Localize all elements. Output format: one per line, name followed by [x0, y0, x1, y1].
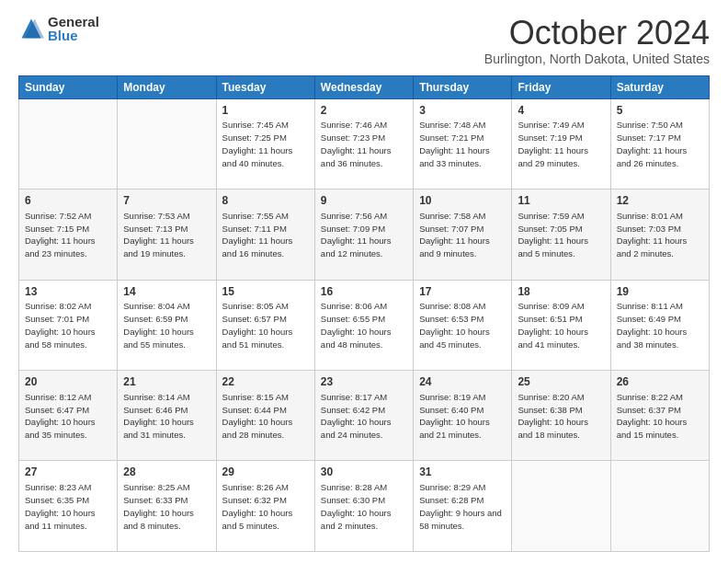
- month-title: October 2024: [484, 15, 710, 52]
- calendar-cell: 29Sunrise: 8:26 AMSunset: 6:32 PMDayligh…: [216, 461, 314, 552]
- logo-icon: [18, 16, 44, 41]
- day-number: 23: [321, 374, 407, 390]
- day-number: 8: [222, 193, 309, 209]
- calendar-cell: 3Sunrise: 7:48 AMSunset: 7:21 PMDaylight…: [414, 98, 512, 189]
- calendar-cell: 18Sunrise: 8:09 AMSunset: 6:51 PMDayligh…: [512, 280, 610, 370]
- calendar-header-friday: Friday: [512, 75, 610, 98]
- calendar-cell: 10Sunrise: 7:58 AMSunset: 7:07 PMDayligh…: [414, 190, 512, 280]
- calendar-week-row: 6Sunrise: 7:52 AMSunset: 7:15 PMDaylight…: [19, 190, 710, 280]
- day-info: Sunrise: 8:19 AMSunset: 6:40 PMDaylight:…: [419, 391, 506, 442]
- day-info: Sunrise: 8:05 AMSunset: 6:57 PMDaylight:…: [222, 300, 309, 350]
- day-number: 10: [419, 193, 506, 209]
- day-info: Sunrise: 8:15 AMSunset: 6:44 PMDaylight:…: [222, 391, 309, 442]
- calendar-cell: 19Sunrise: 8:11 AMSunset: 6:49 PMDayligh…: [610, 280, 709, 370]
- day-info: Sunrise: 7:49 AMSunset: 7:19 PMDaylight:…: [518, 119, 604, 169]
- day-info: Sunrise: 8:12 AMSunset: 6:47 PMDaylight:…: [25, 391, 111, 442]
- calendar-cell: 5Sunrise: 7:50 AMSunset: 7:17 PMDaylight…: [610, 98, 709, 189]
- calendar-header-saturday: Saturday: [610, 75, 709, 98]
- calendar-header-monday: Monday: [118, 75, 216, 98]
- calendar-header-wednesday: Wednesday: [314, 75, 413, 98]
- calendar-cell: 9Sunrise: 7:56 AMSunset: 7:09 PMDaylight…: [314, 190, 413, 280]
- calendar-week-row: 1Sunrise: 7:45 AMSunset: 7:25 PMDaylight…: [19, 98, 710, 189]
- title-block: October 2024 Burlington, North Dakota, U…: [484, 15, 710, 66]
- logo-general: General: [48, 15, 99, 29]
- day-number: 31: [419, 465, 506, 480]
- day-number: 29: [222, 465, 309, 480]
- day-info: Sunrise: 7:48 AMSunset: 7:21 PMDaylight:…: [419, 119, 506, 169]
- day-info: Sunrise: 8:02 AMSunset: 7:01 PMDaylight:…: [25, 300, 111, 350]
- day-info: Sunrise: 8:09 AMSunset: 6:51 PMDaylight:…: [518, 300, 604, 350]
- day-number: 3: [419, 103, 506, 119]
- day-number: 4: [518, 103, 604, 119]
- day-number: 11: [518, 193, 604, 209]
- calendar-cell: 25Sunrise: 8:20 AMSunset: 6:38 PMDayligh…: [512, 371, 610, 461]
- day-info: Sunrise: 8:25 AMSunset: 6:33 PMDaylight:…: [123, 481, 210, 532]
- calendar-cell: 12Sunrise: 8:01 AMSunset: 7:03 PMDayligh…: [610, 190, 709, 280]
- day-info: Sunrise: 7:46 AMSunset: 7:23 PMDaylight:…: [321, 119, 407, 169]
- day-number: 13: [25, 284, 111, 300]
- day-info: Sunrise: 7:59 AMSunset: 7:05 PMDaylight:…: [518, 210, 604, 260]
- day-number: 12: [617, 193, 703, 209]
- calendar-cell: 8Sunrise: 7:55 AMSunset: 7:11 PMDaylight…: [216, 190, 314, 280]
- day-number: 5: [617, 103, 703, 119]
- day-info: Sunrise: 8:28 AMSunset: 6:30 PMDaylight:…: [321, 481, 407, 532]
- day-info: Sunrise: 7:55 AMSunset: 7:11 PMDaylight:…: [222, 210, 309, 260]
- day-number: 14: [123, 284, 210, 300]
- day-number: 21: [123, 374, 210, 390]
- day-number: 28: [123, 465, 210, 480]
- calendar-cell: 20Sunrise: 8:12 AMSunset: 6:47 PMDayligh…: [19, 371, 118, 461]
- day-number: 25: [518, 374, 604, 390]
- calendar-cell: 15Sunrise: 8:05 AMSunset: 6:57 PMDayligh…: [216, 280, 314, 370]
- day-info: Sunrise: 8:22 AMSunset: 6:37 PMDaylight:…: [617, 391, 703, 442]
- page: General Blue October 2024 Burlington, No…: [0, 0, 728, 563]
- calendar-cell: 13Sunrise: 8:02 AMSunset: 7:01 PMDayligh…: [19, 280, 118, 370]
- calendar-cell: 21Sunrise: 8:14 AMSunset: 6:46 PMDayligh…: [118, 371, 216, 461]
- calendar-header-thursday: Thursday: [414, 75, 512, 98]
- day-info: Sunrise: 7:56 AMSunset: 7:09 PMDaylight:…: [321, 210, 407, 260]
- calendar-cell: 23Sunrise: 8:17 AMSunset: 6:42 PMDayligh…: [314, 371, 413, 461]
- calendar-cell: 14Sunrise: 8:04 AMSunset: 6:59 PMDayligh…: [118, 280, 216, 370]
- logo-text: General Blue: [48, 15, 99, 42]
- day-number: 20: [25, 374, 111, 390]
- calendar-cell: 22Sunrise: 8:15 AMSunset: 6:44 PMDayligh…: [216, 371, 314, 461]
- calendar-cell: [19, 98, 118, 189]
- day-info: Sunrise: 7:53 AMSunset: 7:13 PMDaylight:…: [123, 210, 210, 260]
- calendar-cell: 17Sunrise: 8:08 AMSunset: 6:53 PMDayligh…: [414, 280, 512, 370]
- calendar-cell: 16Sunrise: 8:06 AMSunset: 6:55 PMDayligh…: [314, 280, 413, 370]
- day-info: Sunrise: 7:58 AMSunset: 7:07 PMDaylight:…: [419, 210, 506, 260]
- day-number: 19: [617, 284, 703, 300]
- day-number: 7: [123, 193, 210, 209]
- calendar-table: SundayMondayTuesdayWednesdayThursdayFrid…: [18, 75, 710, 552]
- calendar-cell: 11Sunrise: 7:59 AMSunset: 7:05 PMDayligh…: [512, 190, 610, 280]
- day-number: 17: [419, 284, 506, 300]
- day-info: Sunrise: 8:01 AMSunset: 7:03 PMDaylight:…: [617, 210, 703, 260]
- logo: General Blue: [18, 15, 99, 42]
- day-info: Sunrise: 7:45 AMSunset: 7:25 PMDaylight:…: [222, 119, 309, 169]
- calendar-week-row: 20Sunrise: 8:12 AMSunset: 6:47 PMDayligh…: [19, 371, 710, 461]
- day-info: Sunrise: 8:17 AMSunset: 6:42 PMDaylight:…: [321, 391, 407, 442]
- day-number: 27: [25, 465, 111, 480]
- day-number: 2: [321, 103, 407, 119]
- day-info: Sunrise: 8:26 AMSunset: 6:32 PMDaylight:…: [222, 481, 309, 532]
- day-number: 9: [321, 193, 407, 209]
- calendar-cell: 2Sunrise: 7:46 AMSunset: 7:23 PMDaylight…: [314, 98, 413, 189]
- calendar-week-row: 27Sunrise: 8:23 AMSunset: 6:35 PMDayligh…: [19, 461, 710, 552]
- calendar-header-row: SundayMondayTuesdayWednesdayThursdayFrid…: [19, 75, 710, 98]
- day-info: Sunrise: 8:11 AMSunset: 6:49 PMDaylight:…: [617, 300, 703, 350]
- day-info: Sunrise: 8:20 AMSunset: 6:38 PMDaylight:…: [518, 391, 604, 442]
- calendar-cell: 7Sunrise: 7:53 AMSunset: 7:13 PMDaylight…: [118, 190, 216, 280]
- day-info: Sunrise: 8:08 AMSunset: 6:53 PMDaylight:…: [419, 300, 506, 350]
- day-info: Sunrise: 8:06 AMSunset: 6:55 PMDaylight:…: [321, 300, 407, 350]
- calendar-cell: 6Sunrise: 7:52 AMSunset: 7:15 PMDaylight…: [19, 190, 118, 280]
- calendar-week-row: 13Sunrise: 8:02 AMSunset: 7:01 PMDayligh…: [19, 280, 710, 370]
- day-number: 24: [419, 374, 506, 390]
- logo-blue: Blue: [48, 29, 99, 42]
- calendar-cell: 27Sunrise: 8:23 AMSunset: 6:35 PMDayligh…: [19, 461, 118, 552]
- day-number: 15: [222, 284, 309, 300]
- day-number: 1: [222, 103, 309, 119]
- calendar-cell: [512, 461, 610, 552]
- day-number: 18: [518, 284, 604, 300]
- header: General Blue October 2024 Burlington, No…: [18, 15, 710, 66]
- calendar-cell: 1Sunrise: 7:45 AMSunset: 7:25 PMDaylight…: [216, 98, 314, 189]
- day-info: Sunrise: 7:50 AMSunset: 7:17 PMDaylight:…: [617, 119, 703, 169]
